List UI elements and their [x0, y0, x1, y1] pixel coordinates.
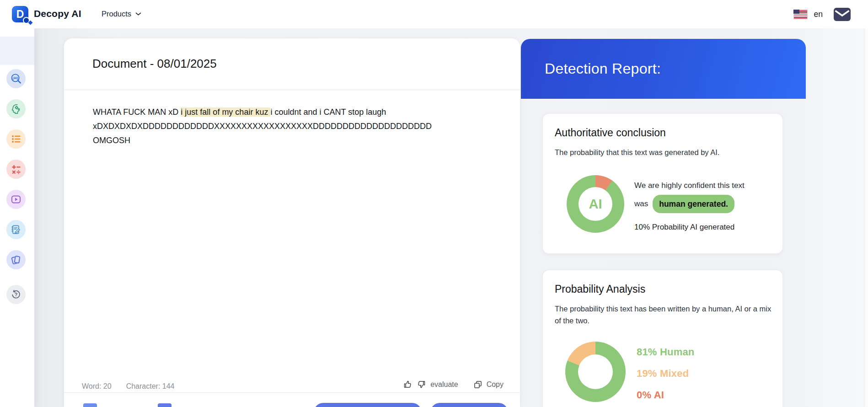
probability-donut	[565, 342, 626, 402]
document-panel: Document - 08/01/2025 WHATA FUCK MAN xD …	[64, 38, 520, 407]
legend-human: 81% Human	[637, 346, 695, 358]
sidebar-item-math-solver[interactable]	[6, 160, 26, 179]
math-symbols-icon	[11, 164, 22, 175]
document-text-highlight: i just fall of my chair kuz	[181, 107, 270, 117]
ai-probability-line: 10% Probability AI generated	[634, 220, 772, 234]
brand-name: Decopy AI	[34, 8, 81, 19]
bullet-list-icon	[10, 133, 22, 145]
page: D Decopy AI Products en (AI)	[0, 0, 868, 407]
probability-legend: 81% Human 19% Mixed 0% AI	[637, 346, 695, 401]
legend-ai: 0% AI	[637, 389, 695, 401]
authoritative-donut: AI	[567, 175, 624, 233]
conclusion-prefix: was	[634, 197, 648, 211]
divider	[64, 90, 520, 90]
document-text-plain: WHATA FUCK MAN xD	[93, 107, 181, 117]
doc-file-icon[interactable]	[83, 403, 97, 407]
bottom-action-button-2[interactable]	[430, 403, 508, 407]
logo-diamond-icon	[28, 21, 33, 25]
products-menu[interactable]: Products	[102, 10, 142, 18]
probability-subtitle: The probability this text has been writt…	[555, 303, 773, 327]
copy-button[interactable]	[473, 380, 482, 389]
video-play-icon	[10, 193, 22, 205]
human-generated-badge: human generated.	[653, 195, 734, 213]
detection-report-title: Detection Report:	[545, 60, 661, 77]
thumbs-up-icon	[403, 380, 413, 389]
help-question-icon: ?	[10, 289, 22, 300]
evaluate-button[interactable]: evaluate	[430, 380, 458, 389]
bottom-action-button-1[interactable]	[314, 403, 422, 407]
copy-label[interactable]: Copy	[487, 380, 504, 389]
flashcards-icon	[10, 254, 22, 266]
top-header: D Decopy AI Products en	[0, 0, 868, 28]
word-count: Word: 20	[82, 382, 112, 391]
sidebar-item-notes[interactable]	[6, 220, 26, 239]
authoritative-subtitle: The probability that this text was gener…	[555, 146, 773, 158]
svg-text:?: ?	[15, 292, 18, 297]
donut-center-label: AI	[567, 175, 624, 233]
products-label: Products	[102, 10, 131, 18]
divider	[64, 392, 520, 393]
probability-analysis-card: Probability Analysis The probability thi…	[542, 270, 783, 407]
conclusion-text: We are highly confident this text was hu…	[634, 179, 772, 234]
sidebar-item-flashcards[interactable]	[6, 250, 26, 269]
document-title: Document - 08/01/2025	[92, 57, 217, 71]
tools-sidebar: (AI)	[0, 28, 34, 407]
sidebar-item-help[interactable]: ?	[6, 285, 26, 304]
probability-title: Probability Analysis	[555, 283, 645, 295]
sidebar-item-ai-humanizer[interactable]	[6, 99, 26, 118]
mail-icon[interactable]	[834, 8, 851, 21]
document-text: WHATA FUCK MAN xD i just fall of my chai…	[93, 105, 472, 148]
scrollbar[interactable]	[864, 28, 868, 407]
sidebar-item-ai-detector[interactable]: (AI)	[6, 69, 26, 88]
thumbs-down-button[interactable]	[417, 380, 426, 389]
authoritative-conclusion-card: Authoritative conclusion The probability…	[542, 113, 783, 254]
copy-icon	[473, 380, 482, 389]
doc-upload-icon[interactable]	[158, 403, 171, 407]
language-selector[interactable]: en	[814, 10, 823, 19]
legend-mixed: 19% Mixed	[637, 368, 695, 380]
decopy-logo-icon[interactable]: D	[12, 6, 28, 22]
authoritative-title: Authoritative conclusion	[555, 127, 666, 139]
conclusion-line1: We are highly confident this text	[634, 179, 772, 193]
svg-text:(AI): (AI)	[13, 76, 19, 80]
chevron-down-icon	[134, 10, 142, 18]
sidebar-item-video-tool[interactable]	[6, 190, 26, 209]
ai-detector-magnifier-icon: (AI)	[10, 72, 22, 85]
document-stats: Word: 20 Character: 144	[82, 380, 174, 392]
sidebar-item-summary-list[interactable]	[6, 129, 26, 149]
character-count: Character: 144	[126, 382, 175, 391]
selected-tool-highlight	[0, 37, 34, 65]
notepad-pencil-icon	[10, 224, 22, 236]
brain-gears-icon	[10, 103, 22, 115]
us-flag-icon	[793, 10, 808, 19]
detection-report-banner: Detection Report:	[521, 39, 806, 99]
thumbs-down-icon	[417, 380, 426, 389]
thumbs-up-button[interactable]	[403, 380, 413, 389]
